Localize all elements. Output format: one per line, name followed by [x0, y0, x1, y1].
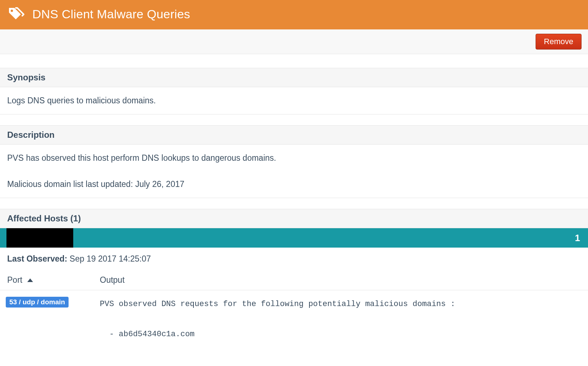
synopsis-text: Logs DNS queries to malicious domains. — [0, 87, 588, 114]
port-badge: 53 / udp / domain — [6, 297, 69, 308]
last-observed-row: Last Observed: Sep 19 2017 14:25:07 — [0, 248, 588, 270]
page-header: DNS Client Malware Queries — [0, 0, 588, 29]
description-heading: Description — [0, 125, 588, 145]
last-observed-label: Last Observed: — [7, 254, 70, 263]
description-body: PVS has observed this host perform DNS l… — [0, 145, 588, 198]
sort-ascending-icon — [27, 278, 33, 282]
actions-bar: Remove — [0, 29, 588, 54]
host-name-redacted — [6, 228, 73, 248]
host-count-badge: 1 — [575, 233, 580, 244]
column-header-port-label: Port — [7, 275, 22, 285]
output-cell: PVS observed DNS requests for the follow… — [100, 297, 582, 342]
last-observed-value: Sep 19 2017 14:25:07 — [70, 254, 151, 263]
tag-icon — [8, 6, 25, 22]
synopsis-heading: Synopsis — [0, 68, 588, 87]
svg-point-0 — [11, 10, 13, 12]
affected-hosts-heading: Affected Hosts (1) — [0, 209, 588, 228]
column-header-output[interactable]: Output — [100, 275, 581, 285]
table-row: 53 / udp / domain PVS observed DNS reque… — [0, 290, 588, 344]
remove-button[interactable]: Remove — [536, 34, 582, 50]
description-line-1: PVS has observed this host perform DNS l… — [7, 153, 581, 163]
description-line-2: Malicious domain list last updated: July… — [7, 179, 581, 189]
affected-host-row[interactable]: 1 — [0, 228, 588, 248]
page-title: DNS Client Malware Queries — [32, 7, 190, 21]
column-header-port[interactable]: Port — [7, 275, 100, 285]
table-header: Port Output — [0, 270, 588, 290]
